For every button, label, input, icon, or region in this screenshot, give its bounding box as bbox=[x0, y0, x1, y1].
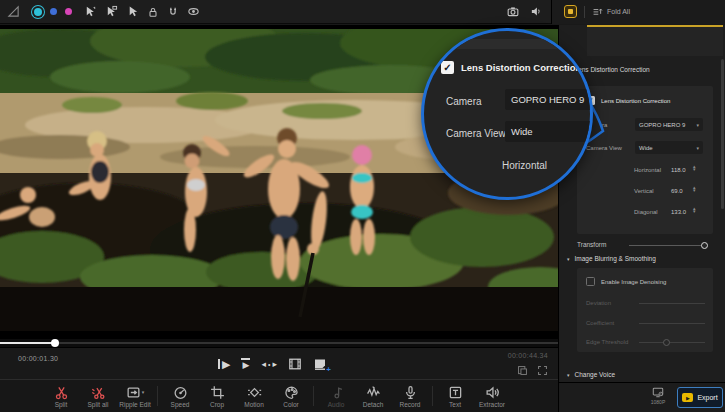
seek-bar[interactable] bbox=[0, 339, 558, 347]
chevron-down-icon: ▾ bbox=[142, 389, 145, 395]
label-magenta-dot[interactable] bbox=[65, 8, 72, 15]
tool-audio: Audio bbox=[319, 385, 353, 408]
resolution-button[interactable]: 1080P bbox=[647, 386, 669, 405]
callout-camera-view-label: Camera View bbox=[446, 128, 506, 139]
callout-camera-label: Camera bbox=[446, 96, 482, 107]
seek-track[interactable] bbox=[0, 342, 558, 344]
transform-slider-knob[interactable] bbox=[701, 242, 708, 249]
copy-board-icon[interactable] bbox=[517, 365, 528, 376]
edge-threshold-slider-track bbox=[639, 342, 705, 343]
transform-slider-track[interactable] bbox=[629, 245, 707, 246]
film-frame-button[interactable] bbox=[288, 356, 302, 372]
lens-checkbox-row[interactable]: ✓ Lens Distortion Correction bbox=[586, 96, 670, 105]
seek-progress bbox=[0, 342, 55, 344]
tool-extractor[interactable]: Extractor bbox=[475, 385, 509, 408]
callout-checkbox: ✓ bbox=[441, 61, 454, 74]
tool-split-all[interactable]: Split all bbox=[81, 385, 115, 408]
lock-icon[interactable] bbox=[147, 6, 159, 18]
vertical-value[interactable]: 69.0 bbox=[671, 188, 683, 194]
tool-ripple-edit[interactable]: ▾ Ripple Edit bbox=[118, 385, 152, 408]
fold-all-icon bbox=[592, 6, 603, 17]
step-down-icon[interactable]: ▾ bbox=[693, 168, 696, 171]
fold-all-button[interactable]: Fold All bbox=[592, 6, 630, 17]
denoise-checkbox-label: Enable Image Denoising bbox=[601, 279, 666, 285]
toolbar-separator bbox=[313, 386, 314, 406]
blur-section-title: Image Blurring & Smoothing bbox=[575, 255, 656, 262]
fullscreen-icon[interactable] bbox=[537, 365, 548, 376]
tool-label: Audio bbox=[328, 401, 345, 408]
tool-motion[interactable]: Motion bbox=[237, 385, 271, 408]
horizontal-value[interactable]: 118.0 bbox=[671, 167, 686, 173]
next-frame-button[interactable]: ▸ bbox=[272, 359, 277, 369]
camera-view-select[interactable]: Wide ▾ bbox=[635, 141, 703, 154]
horizontal-stepper[interactable]: ▴▾ bbox=[693, 165, 696, 171]
coefficient-slider-track bbox=[639, 323, 705, 324]
magnet-icon[interactable] bbox=[167, 6, 179, 18]
tool-label: Text bbox=[449, 401, 461, 408]
adjust-panel-tab-icon[interactable] bbox=[564, 5, 577, 18]
callout-camera-value: GOPRO HERO 9 bbox=[511, 94, 584, 105]
speaker-icon[interactable] bbox=[530, 5, 543, 18]
label-blue-dot[interactable] bbox=[50, 8, 57, 15]
export-button[interactable]: ▶ Export bbox=[677, 387, 723, 408]
monitor-settings-icon bbox=[651, 386, 665, 398]
panel-scrollbar[interactable] bbox=[721, 59, 724, 209]
callout-checkbox-row: ✓ Lens Distortion Correction bbox=[441, 61, 581, 74]
tool-crop[interactable]: Crop bbox=[200, 385, 234, 408]
tool-label: Split all bbox=[88, 401, 109, 408]
snapshot-button[interactable]: + bbox=[313, 356, 328, 372]
record-mic-icon bbox=[403, 385, 418, 400]
play-button[interactable]: ▶ bbox=[241, 356, 250, 372]
magnifier-callout: ✓ Lens Distortion Correction Camera GOPR… bbox=[421, 28, 593, 200]
logo-ramp-icon bbox=[7, 5, 20, 18]
tool-label: Crop bbox=[210, 401, 224, 408]
top-toolbar: Fold All bbox=[0, 0, 725, 24]
denoise-checkbox-row[interactable]: Enable Image Denoising bbox=[586, 277, 666, 286]
snapshot-camera-icon[interactable] bbox=[506, 5, 520, 18]
tool-label: Extractor bbox=[479, 401, 505, 408]
tool-record[interactable]: Record bbox=[393, 385, 427, 408]
tool-text[interactable]: Text bbox=[438, 385, 472, 408]
callout-camera-view-value: Wide bbox=[511, 126, 533, 137]
denoise-checkbox[interactable] bbox=[586, 277, 595, 286]
lens-checkbox-label: Lens Distortion Correction bbox=[601, 98, 670, 104]
voice-section-header[interactable]: ▾ Change Voice bbox=[567, 371, 615, 378]
tool-split[interactable]: Split bbox=[44, 385, 78, 408]
deviation-label: Deviation bbox=[586, 300, 611, 306]
motion-icon bbox=[247, 385, 262, 400]
step-down-icon[interactable]: ▾ bbox=[693, 189, 696, 192]
cursor-tool-icon[interactable] bbox=[126, 5, 139, 18]
previous-frame-button[interactable]: ◂ bbox=[261, 359, 266, 369]
tool-label: Detach bbox=[363, 401, 384, 408]
transport-bar: 00:00:01.30 ▶ ▶ ◂ • ▸ + 00:00:44.34 bbox=[0, 347, 558, 379]
box-select-tool-icon[interactable] bbox=[105, 5, 118, 18]
tool-color[interactable]: Color bbox=[274, 385, 308, 408]
diagonal-stepper[interactable]: ▴▾ bbox=[693, 207, 696, 213]
callout-camera-value-box: GOPRO HERO 9 bbox=[505, 89, 593, 110]
play-from-start-button[interactable]: ▶ bbox=[218, 356, 230, 372]
divider bbox=[584, 6, 585, 18]
ripple-edit-icon bbox=[126, 385, 141, 400]
selected-effect-strip[interactable] bbox=[587, 25, 723, 56]
camera-select[interactable]: GOPRO HERO 9 ▾ bbox=[635, 118, 703, 131]
voice-section-title: Change Voice bbox=[575, 371, 615, 378]
label-cyan-dot[interactable] bbox=[34, 8, 42, 16]
frame-dot-icon: • bbox=[268, 361, 270, 368]
camera-view-select-value: Wide bbox=[639, 145, 653, 151]
vertical-stepper[interactable]: ▴▾ bbox=[693, 186, 696, 192]
tool-speed[interactable]: Speed bbox=[163, 385, 197, 408]
tool-detach[interactable]: Detach bbox=[356, 385, 390, 408]
tool-label: Record bbox=[400, 401, 421, 408]
horizontal-label: Horizontal bbox=[634, 167, 661, 173]
seek-handle[interactable] bbox=[51, 339, 59, 347]
edge-threshold-label: Edge Threshold bbox=[586, 339, 628, 345]
eye-icon[interactable] bbox=[187, 5, 200, 18]
diagonal-value[interactable]: 133.0 bbox=[671, 209, 686, 215]
step-down-icon[interactable]: ▾ bbox=[693, 210, 696, 213]
blur-section-header[interactable]: ▾ Image Blurring & Smoothing bbox=[567, 255, 656, 262]
film-frame-icon bbox=[288, 357, 302, 371]
tool-label: Motion bbox=[244, 401, 264, 408]
select-tool-icon[interactable] bbox=[84, 5, 97, 18]
crop-icon bbox=[210, 385, 225, 400]
callout-camera-view-value-box: Wide bbox=[505, 121, 593, 142]
